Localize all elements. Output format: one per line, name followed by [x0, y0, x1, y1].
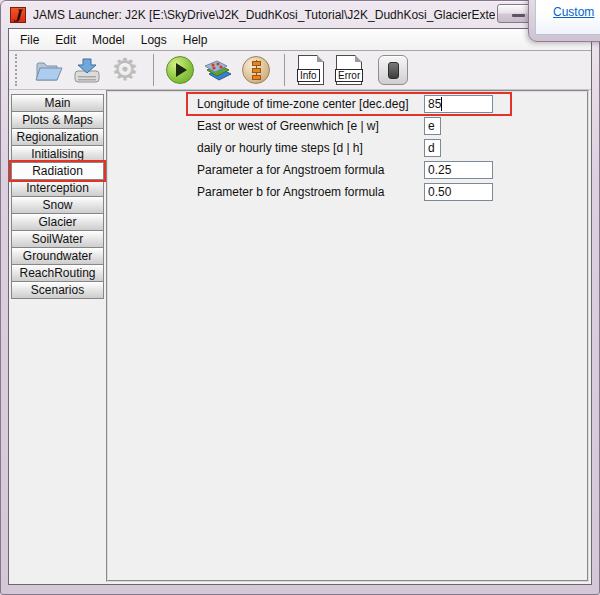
minimize-icon [512, 14, 525, 17]
component-dialog-button[interactable] [375, 53, 411, 87]
data-explorer-button[interactable] [200, 53, 236, 87]
sidebar-tab-initialising[interactable]: Initialising [11, 145, 104, 163]
toolbar: ⚙ [9, 51, 591, 90]
sidebar-tab-snow[interactable]: Snow [11, 196, 104, 214]
parameter-row: daily or hourly time steps [d | h] [186, 136, 512, 160]
gear-icon: ⚙ [112, 55, 139, 85]
error-document-icon: Error [336, 55, 362, 85]
parameter-label: Longitude of time-zone center [dec.deg] [197, 97, 424, 111]
sidebar-tabs: MainPlots & MapsRegionalizationInitialis… [9, 90, 106, 584]
window-title: JAMS Launcher: J2K [E:\SkyDrive\J2K_Dudh… [33, 8, 495, 22]
sidebar-tab-main[interactable]: Main [11, 94, 104, 112]
parameter-input[interactable] [424, 139, 441, 157]
sidebar-tab-scenarios[interactable]: Scenarios [11, 281, 104, 299]
parameter-label: Parameter b for Angstroem formula [197, 185, 424, 199]
open-model-button[interactable] [31, 53, 67, 87]
parameter-row: East or west of Greenwhich [e | w] [186, 114, 512, 138]
sidebar-tab-groundwater[interactable]: Groundwater [11, 247, 104, 265]
parameter-label: daily or hourly time steps [d | h] [197, 141, 424, 155]
menu-help[interactable]: Help [175, 30, 216, 50]
menu-file[interactable]: File [12, 30, 47, 50]
error-log-button[interactable]: Error [331, 53, 367, 87]
sidebar-tab-regionalization[interactable]: Regionalization [11, 128, 104, 146]
toolbar-drag-handle[interactable] [15, 54, 19, 86]
client-area: FileEditModelLogsHelp ⚙ [8, 28, 592, 585]
sidebar-tab-interception[interactable]: Interception [11, 179, 104, 197]
menu-edit[interactable]: Edit [47, 30, 84, 50]
save-model-button[interactable] [69, 53, 105, 87]
model-structure-button[interactable] [238, 53, 274, 87]
sidebar-tab-glacier[interactable]: Glacier [11, 213, 104, 231]
map-layers-icon [201, 56, 235, 84]
parameter-input[interactable] [424, 161, 493, 179]
main-area: MainPlots & MapsRegionalizationInitialis… [9, 90, 591, 584]
parameter-row: Parameter a for Angstroem formula [186, 158, 512, 182]
titlebar[interactable]: J JAMS Launcher: J2K [E:\SkyDrive\J2K_Du… [1, 1, 599, 28]
run-model-button[interactable] [162, 53, 198, 87]
parameter-input[interactable] [424, 95, 493, 113]
overlapping-window-fragment: Custom [528, 0, 600, 42]
sidebar-tab-radiation[interactable]: Radiation [11, 162, 104, 180]
parameter-panel: Longitude of time-zone center [dec.deg]E… [106, 90, 589, 582]
info-log-button[interactable]: Info [293, 53, 329, 87]
overlapping-window-content: Custom [535, 0, 600, 35]
text-caret [441, 97, 442, 111]
parameter-row: Parameter b for Angstroem formula [186, 180, 512, 204]
run-icon [166, 56, 194, 84]
info-document-icon: Info [298, 55, 324, 85]
sidebar-tab-reachrouting[interactable]: ReachRouting [11, 264, 104, 282]
toolbar-separator [284, 54, 285, 86]
save-icon [71, 55, 103, 85]
sidebar-tab-soilwater[interactable]: SoilWater [11, 230, 104, 248]
jams-launcher-window: J JAMS Launcher: J2K [E:\SkyDrive\J2K_Du… [0, 0, 600, 595]
menu-logs[interactable]: Logs [133, 30, 175, 50]
parameter-label: East or west of Greenwhich [e | w] [197, 119, 424, 133]
menu-model[interactable]: Model [84, 30, 133, 50]
model-structure-icon [242, 56, 270, 84]
menu-bar: FileEditModelLogsHelp [9, 29, 591, 51]
sidebar-tab-plots-maps[interactable]: Plots & Maps [11, 111, 104, 129]
parameter-input[interactable] [424, 183, 493, 201]
custom-link[interactable]: Custom [553, 5, 594, 19]
parameter-form: Longitude of time-zone center [dec.deg]E… [186, 92, 587, 204]
parameter-input[interactable] [424, 117, 441, 135]
parameter-row: Longitude of time-zone center [dec.deg] [186, 92, 512, 116]
parameter-label: Parameter a for Angstroem formula [197, 163, 424, 177]
component-button-icon [378, 55, 408, 85]
settings-button[interactable]: ⚙ [107, 53, 143, 87]
open-folder-icon [33, 56, 65, 84]
toolbar-separator [153, 54, 154, 86]
jams-app-icon: J [10, 7, 26, 23]
